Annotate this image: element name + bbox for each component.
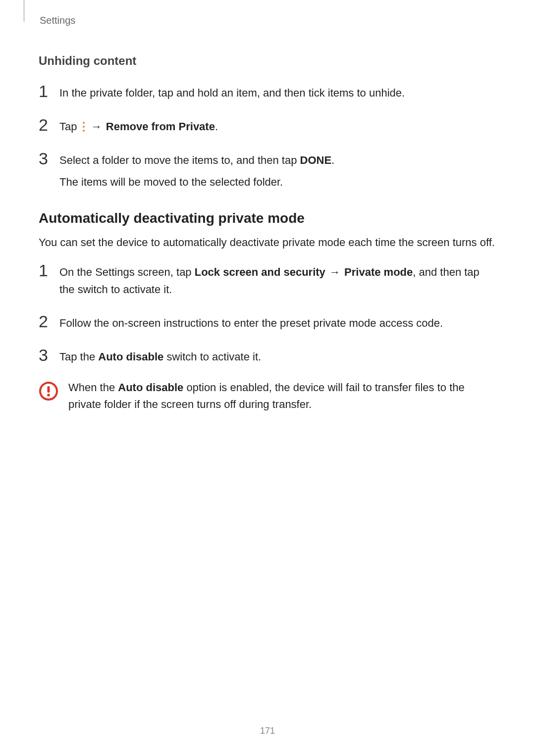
bold-text: Remove from Private [106, 120, 215, 133]
callout-text: When the Auto disable option is enabled,… [68, 379, 496, 413]
step-number: 3 [39, 346, 59, 363]
svg-rect-1 [48, 386, 50, 393]
step-body: On the Settings screen, tap Lock screen … [59, 261, 496, 302]
section-heading-auto-deactivate: Automatically deactivating private mode [39, 210, 496, 226]
step-body: In the private folder, tap and hold an i… [59, 82, 405, 106]
bold-text: Private mode [344, 266, 413, 278]
step-list-unhiding: 1 In the private folder, tap and hold an… [39, 82, 496, 196]
step-item: 3 Select a folder to move the items to, … [39, 149, 496, 196]
arrow-text: → [325, 266, 344, 278]
text-fragment: . [215, 120, 218, 133]
more-options-icon [81, 122, 86, 132]
step-item: 2 Follow the on-screen instructions to e… [39, 312, 496, 337]
step-number: 3 [39, 149, 59, 167]
step-text: The items will be moved to the selected … [59, 174, 334, 191]
text-fragment: Tap [59, 120, 80, 133]
intro-text: You can set the device to automatically … [39, 234, 496, 251]
section-subheading-unhiding: Unhiding content [39, 54, 496, 68]
text-fragment: . [331, 154, 334, 166]
bold-text: DONE [300, 154, 332, 166]
warning-callout: When the Auto disable option is enabled,… [39, 379, 496, 413]
step-number: 2 [39, 312, 59, 330]
step-item: 2 Tap → Remove from Private. [39, 115, 496, 140]
text-fragment: When the [68, 381, 118, 394]
step-item: 1 On the Settings screen, tap Lock scree… [39, 261, 496, 302]
warning-icon [39, 381, 58, 401]
bold-text: Auto disable [98, 351, 163, 363]
text-fragment: Tap the [59, 351, 98, 363]
step-body: Tap the Auto disable switch to activate … [59, 346, 261, 370]
step-item: 3 Tap the Auto disable switch to activat… [39, 346, 496, 370]
arrow-text: → [87, 120, 106, 133]
step-body: Select a folder to move the items to, an… [59, 149, 334, 196]
page-number: 171 [0, 726, 535, 736]
step-text: In the private folder, tap and hold an i… [59, 85, 405, 101]
step-body: Follow the on-screen instructions to ent… [59, 312, 443, 337]
step-body: Tap → Remove from Private. [59, 115, 218, 140]
text-fragment: switch to activate it. [163, 351, 261, 363]
svg-point-2 [47, 394, 50, 397]
step-number: 1 [39, 82, 59, 100]
step-number: 1 [39, 261, 59, 279]
step-text: Follow the on-screen instructions to ent… [59, 315, 443, 332]
step-list-auto-deactivate: 1 On the Settings screen, tap Lock scree… [39, 261, 496, 370]
step-text: On the Settings screen, tap Lock screen … [59, 264, 496, 298]
text-fragment: On the Settings screen, tap [59, 266, 195, 278]
step-text: Tap the Auto disable switch to activate … [59, 349, 261, 365]
text-fragment: Select a folder to move the items to, an… [59, 154, 300, 166]
step-number: 2 [39, 115, 59, 133]
breadcrumb: Settings [39, 15, 496, 26]
bold-text: Lock screen and security [195, 266, 325, 278]
bold-text: Auto disable [118, 381, 183, 394]
step-text: Select a folder to move the items to, an… [59, 152, 334, 169]
step-item: 1 In the private folder, tap and hold an… [39, 82, 496, 106]
step-text: Tap → Remove from Private. [59, 118, 218, 135]
